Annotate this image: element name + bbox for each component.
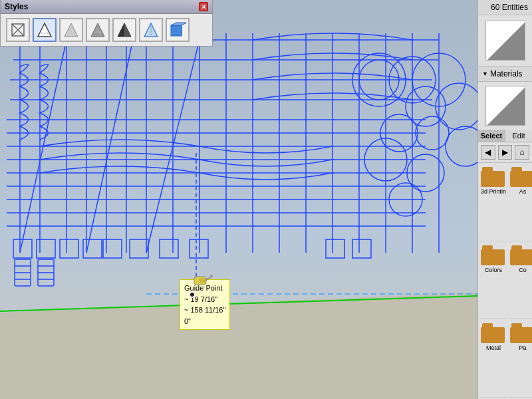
material-item-colors[interactable]: Colors <box>479 243 507 320</box>
style-shaded[interactable] <box>59 18 83 42</box>
tabs-row: Select Edit <box>478 130 532 142</box>
material-label: 3d Printin <box>481 188 506 195</box>
mat-preview-gray <box>486 86 525 126</box>
style-wireframe[interactable] <box>6 18 30 42</box>
material-label: Colors <box>485 267 502 273</box>
preview-box <box>485 21 525 61</box>
material-label: Pa <box>519 344 527 351</box>
materials-grid: 3d Printin As Colors <box>478 163 532 399</box>
style-hidden-line[interactable] <box>33 18 57 42</box>
tape-measure-icon <box>193 271 213 286</box>
main-container: Styles ✕ <box>0 0 532 399</box>
material-label: Co <box>519 267 527 273</box>
folder-icon <box>481 323 506 343</box>
nav-back-button[interactable]: ◀ <box>481 145 495 160</box>
svg-marker-74 <box>65 23 78 37</box>
material-item-metal[interactable]: Metal <box>479 321 507 398</box>
style-blue[interactable] <box>166 18 190 42</box>
folder-icon <box>481 167 506 187</box>
materials-label: Materials <box>490 69 523 78</box>
guide-point-dot <box>189 291 196 298</box>
style-xray[interactable] <box>139 18 163 42</box>
tab-edit[interactable]: Edit <box>505 130 532 142</box>
styles-panel: Styles ✕ <box>0 0 213 47</box>
svg-marker-72 <box>38 23 51 37</box>
styles-icons <box>1 14 212 46</box>
styles-titlebar: Styles ✕ <box>1 0 212 14</box>
style-monochrome[interactable] <box>112 18 136 42</box>
entities-header: 60 Entities <box>478 0 532 15</box>
viewport[interactable]: Styles ✕ <box>0 0 477 399</box>
right-panel: 60 Entities ▼ Materials Select Edit <box>477 0 532 399</box>
material-item-as[interactable]: As <box>509 164 532 241</box>
preview-gray-triangle <box>486 21 525 61</box>
entities-count: 60 Entities <box>491 3 528 12</box>
svg-marker-83 <box>171 23 186 25</box>
nav-forward-button[interactable]: ▶ <box>498 145 513 160</box>
svg-point-88 <box>210 275 213 277</box>
material-preview <box>485 86 525 126</box>
material-item-pa[interactable]: Pa <box>509 321 532 398</box>
material-label: As <box>519 188 527 195</box>
svg-marker-79 <box>118 23 124 37</box>
material-label: Metal <box>486 344 501 351</box>
folder-icon <box>481 245 506 265</box>
expand-arrow: ▼ <box>482 70 488 77</box>
folder-icon <box>510 323 532 343</box>
styles-close-button[interactable]: ✕ <box>199 2 208 11</box>
materials-header: ▼ Materials <box>478 66 532 82</box>
svg-rect-82 <box>171 25 182 36</box>
style-shaded-texture[interactable] <box>86 18 110 42</box>
styles-title: Styles <box>5 2 28 11</box>
material-item-3dprinting[interactable]: 3d Printin <box>479 164 507 241</box>
material-item-co[interactable]: Co <box>509 243 532 320</box>
folder-icon <box>510 167 532 187</box>
folder-icon <box>510 245 532 265</box>
nav-row: ◀ ▶ ⌂ <box>478 142 532 163</box>
svg-rect-86 <box>200 278 205 283</box>
nav-home-button[interactable]: ⌂ <box>515 145 529 160</box>
tab-select[interactable]: Select <box>478 130 505 142</box>
